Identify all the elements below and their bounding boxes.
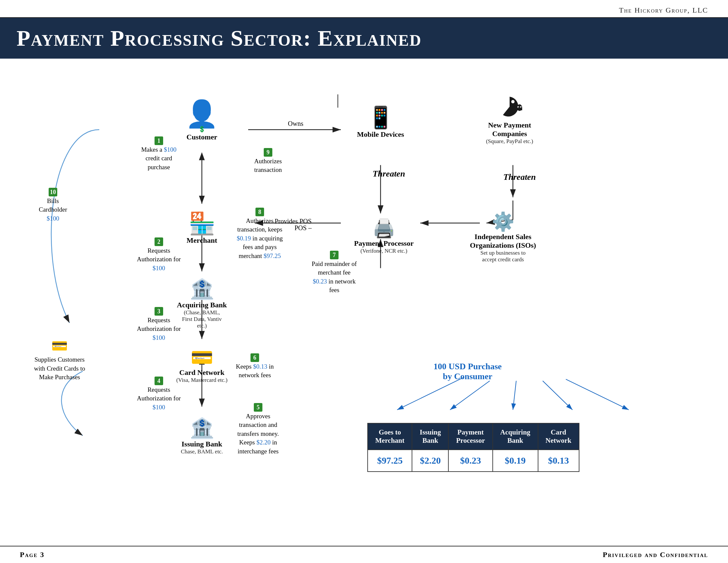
supplies-customers: 💳 Supplies Customerswith Credit Cards to…	[26, 337, 93, 382]
table-val-network: $0.13	[538, 450, 579, 472]
credit-card-icon: 💳	[26, 337, 93, 355]
payment-processor-sublabel: (Verifone, NCR etc.)	[347, 248, 420, 254]
step2-money: $100	[153, 264, 165, 271]
mobile-icon: 📱	[351, 105, 410, 130]
step8-money2: $97.25	[264, 252, 281, 259]
threaten2-label: Threaten	[500, 171, 539, 183]
purchase-label: 100 USD Purchaseby Consumer	[433, 362, 502, 382]
provides-pos-text2: POS –	[295, 224, 312, 232]
table-header-processor: PaymentProcessor	[448, 423, 492, 450]
step8-money1: $0.19	[237, 235, 251, 242]
iso-icon: ⚙️	[460, 211, 546, 232]
step6-badge: 6	[250, 353, 259, 362]
step4-money: $100	[153, 404, 165, 411]
step7-annotation: 7 Paid remainder ofmerchant fee$0.23 in …	[298, 251, 371, 295]
svg-line-18	[543, 381, 572, 410]
footer-confidentiality: Privileged and Confidential	[603, 550, 708, 559]
table-val-processor: $0.23	[448, 450, 492, 472]
provides-pos-text: Provides POS	[275, 217, 312, 225]
step9-annotation: 9 Authorizestransaction	[242, 148, 295, 174]
step3-money: $100	[153, 334, 165, 341]
iso-sublabel: Set up businesses toaccept credit cards	[460, 250, 546, 263]
diagram-area: 👤 💲 Customer 1 Makes a $100credit cardpu…	[17, 65, 711, 532]
threaten1-text: Threaten	[373, 169, 405, 178]
threaten2-text: Threaten	[503, 172, 536, 182]
title-bar: Payment Processing Sector: Explained	[0, 18, 728, 59]
pacman-container	[473, 95, 546, 118]
owns-label: Owns	[288, 120, 303, 127]
step8-annotation: 8 Authorizestransaction, keeps$0.19 in a…	[222, 208, 298, 260]
table-header-network: CardNetwork	[538, 423, 579, 450]
customer-node: 👤 💲 Customer	[169, 98, 235, 141]
new-payment-label: New PaymentCompanies	[473, 121, 546, 138]
customer-icon: 👤	[169, 98, 235, 129]
footer: Page 3 Privileged and Confidential	[0, 546, 728, 563]
svg-line-15	[397, 378, 463, 410]
svg-rect-22	[517, 108, 522, 110]
step4-badge: 4	[155, 377, 163, 385]
table-header-merchant: Goes toMerchant	[368, 423, 412, 450]
svg-point-26	[521, 107, 522, 107]
mobile-devices-node: 📱 Mobile Devices	[351, 105, 410, 139]
step3-badge: 3	[155, 307, 163, 316]
vertical-line-mobile	[338, 94, 338, 108]
mobile-devices-label: Mobile Devices	[351, 130, 410, 139]
footer-page: Page 3	[20, 550, 44, 559]
step4-annotation: 4 RequestsAuthorization for$100	[129, 377, 189, 412]
summary-table: Goes toMerchant IssuingBank PaymentProce…	[367, 423, 579, 472]
owns-text: Owns	[288, 120, 303, 127]
pacman-svg	[496, 95, 523, 118]
step5-badge: 5	[254, 403, 262, 412]
step1-money: $100	[164, 146, 176, 153]
svg-line-16	[450, 381, 490, 410]
step6-money: $0.13	[253, 363, 267, 370]
svg-point-25	[518, 107, 519, 107]
payment-processor-label: Payment Processor	[347, 239, 420, 248]
step7-money: $0.23	[313, 278, 327, 285]
step10-badge: 10	[49, 188, 57, 196]
step10-annotation: 10 BillsCardholder$100	[26, 188, 79, 223]
threaten1-label: Threaten	[369, 168, 409, 180]
purchase-text: 100 USD Purchaseby Consumer	[433, 362, 502, 381]
header: The Hickory Group, LLC	[0, 0, 728, 18]
svg-line-17	[513, 381, 516, 410]
step10-money: $100	[47, 215, 59, 222]
step2-annotation: 2 RequestsAuthorization for$100	[129, 237, 189, 272]
acquiring-bank-icon: 🏦	[162, 277, 242, 301]
step5-annotation: 5 Approvestransaction andtransfers money…	[222, 403, 295, 456]
step3-annotation: 3 RequestsAuthorization for$100	[129, 307, 189, 342]
new-payment-node: New PaymentCompanies (Square, PayPal etc…	[473, 95, 546, 145]
step1-badge: 1	[155, 136, 163, 145]
step9-badge: 9	[264, 148, 272, 157]
table-header-issuing: IssuingBank	[412, 423, 448, 450]
step1-annotation: 1 Makes a $100credit cardpurchase	[129, 136, 189, 171]
table-header-acquiring: AcquiringBank	[493, 423, 538, 450]
step7-badge: 7	[330, 251, 339, 259]
step5-money: $2.20	[256, 439, 271, 446]
payment-processor-node: 🖨️ Payment Processor (Verifone, NCR etc.…	[347, 217, 420, 254]
table-val-issuing: $2.20	[412, 450, 448, 472]
step8-badge: 8	[255, 208, 264, 216]
svg-point-20	[511, 100, 515, 103]
iso-label: Independent SalesOrganizations (ISOs)	[460, 232, 546, 250]
iso-node: ⚙️ Independent SalesOrganizations (ISOs)…	[460, 211, 546, 263]
step6-annotation: 6 Keeps $0.13 innetwork fees	[222, 353, 288, 380]
table-val-merchant: $97.25	[368, 450, 412, 472]
new-payment-sublabel: (Square, PayPal etc.)	[473, 138, 546, 145]
company-name: The Hickory Group, LLC	[619, 6, 708, 15]
table-val-acquiring: $0.19	[493, 450, 538, 472]
main-content: 👤 💲 Customer 1 Makes a $100credit cardpu…	[0, 59, 728, 539]
payment-processor-icon: 🖨️	[347, 217, 420, 239]
svg-line-19	[566, 379, 629, 410]
step2-badge: 2	[155, 237, 163, 246]
page-title: Payment Processing Sector: Explained	[17, 25, 711, 51]
